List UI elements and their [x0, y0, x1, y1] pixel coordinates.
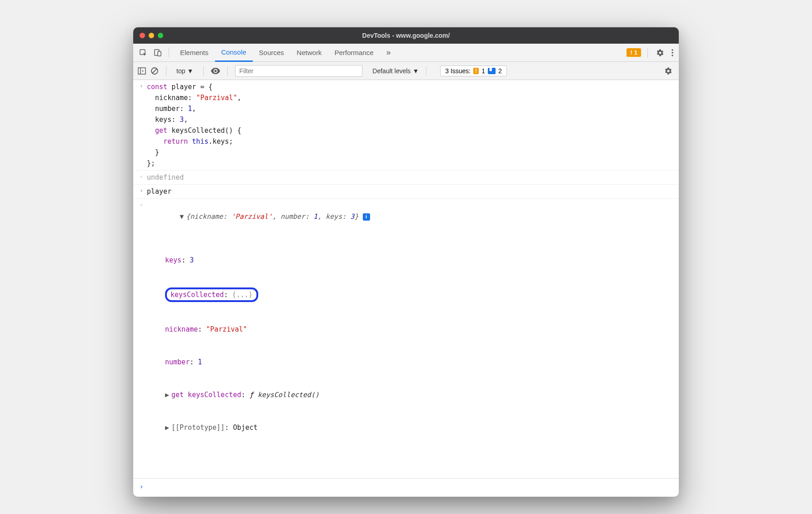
- inspect-icon[interactable]: [137, 46, 150, 59]
- more-icon[interactable]: [670, 47, 675, 59]
- devtools-window: DevTools - www.google.com/ Elements Cons…: [133, 27, 679, 497]
- warning-icon: !: [630, 49, 632, 56]
- tab-overflow[interactable]: »: [380, 44, 397, 62]
- close-button[interactable]: [140, 33, 145, 38]
- divider: [647, 48, 648, 58]
- tab-bar-right: ! 1: [627, 47, 675, 59]
- code-block[interactable]: const player = { nickname: "Parzival", n…: [147, 81, 674, 169]
- issues-badge[interactable]: 3 Issues: ! 1 ▘ 2: [440, 66, 507, 76]
- object-properties: keys: 3 keysCollected: (...) nickname: "…: [147, 233, 674, 455]
- console-input-row: › player: [133, 185, 679, 199]
- prompt-input[interactable]: [147, 481, 674, 492]
- context-label: top: [176, 67, 185, 75]
- svg-point-5: [672, 55, 673, 56]
- input-arrow-icon: ›: [136, 81, 147, 169]
- prop-number[interactable]: number: 1: [165, 357, 674, 368]
- divider: [426, 66, 426, 76]
- device-toggle-icon[interactable]: [151, 46, 164, 59]
- dropdown-icon: ▼: [187, 67, 193, 75]
- tab-sources[interactable]: Sources: [253, 44, 291, 62]
- context-selector[interactable]: top ▼: [174, 66, 196, 76]
- svg-rect-6: [138, 68, 145, 74]
- divider: [203, 66, 204, 76]
- info-icon[interactable]: i: [363, 213, 370, 221]
- expand-triangle-icon[interactable]: ▶: [165, 422, 171, 433]
- console-settings-icon[interactable]: [662, 65, 674, 77]
- expand-triangle-icon[interactable]: ▶: [165, 389, 171, 400]
- settings-icon[interactable]: [654, 47, 666, 59]
- dropdown-icon: ▼: [412, 67, 419, 75]
- prop-prototype[interactable]: ▶[[Prototype]]: Object: [165, 422, 674, 433]
- svg-rect-2: [158, 51, 161, 56]
- console-input-row: › const player = { nickname: "Parzival",…: [133, 80, 679, 171]
- prop-keyscollected[interactable]: keysCollected: (...): [165, 287, 674, 302]
- maximize-button[interactable]: [158, 33, 163, 38]
- divider: [169, 48, 169, 58]
- filter-input[interactable]: [235, 65, 362, 77]
- prop-keys[interactable]: keys: 3: [165, 255, 674, 266]
- output-arrow-icon: ‹: [136, 172, 147, 183]
- sidebar-toggle-icon[interactable]: [138, 67, 146, 75]
- prop-nickname[interactable]: nickname: "Parzival": [165, 324, 674, 335]
- collapse-triangle-icon[interactable]: ▼: [180, 211, 186, 222]
- console-toolbar: top ▼ Default levels ▼ 3 Issues: ! 1 ▘ 2: [133, 62, 679, 80]
- issues-info-count: 2: [498, 67, 502, 75]
- tab-console[interactable]: Console: [215, 44, 253, 62]
- prompt-arrow-icon: ›: [136, 481, 147, 492]
- console-result-row: ‹ undefined: [133, 171, 679, 185]
- info-chip-icon: ▘: [488, 68, 496, 74]
- divider: [227, 66, 228, 76]
- tab-elements[interactable]: Elements: [174, 44, 215, 62]
- svg-point-3: [672, 49, 673, 51]
- code-input[interactable]: player: [147, 186, 674, 197]
- issues-label: 3 Issues:: [445, 67, 471, 75]
- warning-chip-icon: !: [473, 68, 479, 74]
- warnings-count: 1: [634, 49, 637, 56]
- log-levels-selector[interactable]: Default levels ▼: [372, 67, 419, 75]
- minimize-button[interactable]: [149, 33, 154, 38]
- tab-bar: Elements Console Sources Network Perform…: [133, 44, 679, 62]
- input-arrow-icon: ›: [136, 186, 147, 197]
- svg-line-9: [152, 69, 157, 73]
- traffic-lights: [140, 33, 163, 38]
- window-title: DevTools - www.google.com/: [133, 32, 679, 39]
- output-arrow-icon: ‹: [136, 200, 147, 477]
- console-prompt[interactable]: ›: [133, 478, 679, 497]
- warnings-badge[interactable]: ! 1: [627, 48, 641, 57]
- undefined-result: undefined: [147, 172, 674, 183]
- object-result[interactable]: ▼{nickname: 'Parzival', number: 1, keys:…: [147, 200, 674, 477]
- live-expression-icon[interactable]: [211, 68, 220, 74]
- svg-point-4: [672, 52, 673, 54]
- clear-console-icon[interactable]: [150, 67, 159, 75]
- console-body: › const player = { nickname: "Parzival",…: [133, 80, 679, 497]
- levels-label: Default levels: [372, 67, 411, 75]
- console-result-row: ‹ ▼{nickname: 'Parzival', number: 1, key…: [133, 199, 679, 478]
- issues-warn-count: 1: [481, 67, 485, 75]
- tab-performance[interactable]: Performance: [328, 44, 380, 62]
- divider: [166, 66, 166, 76]
- panel-tabs: Elements Console Sources Network Perform…: [174, 44, 397, 62]
- tab-network[interactable]: Network: [291, 44, 328, 62]
- prop-getter[interactable]: ▶get keysCollected: ƒ keysCollected(): [165, 389, 674, 400]
- titlebar: DevTools - www.google.com/: [133, 27, 679, 44]
